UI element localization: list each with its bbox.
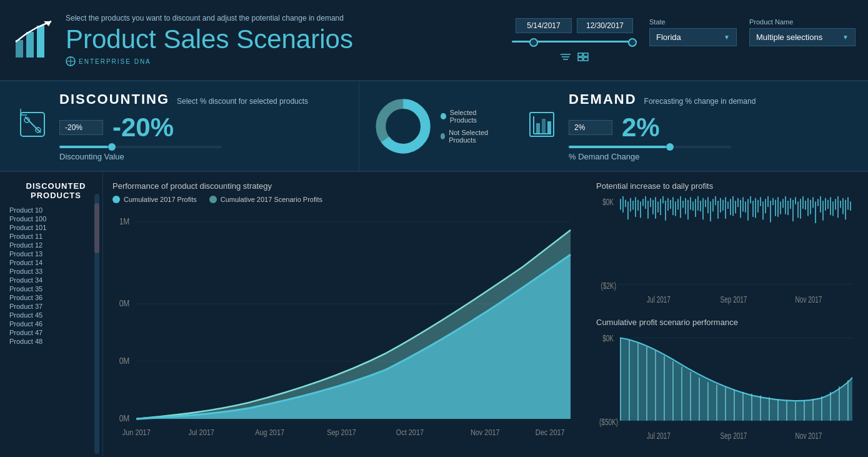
discounting-section: DISCOUNTING Select % discount for select… [0,81,359,171]
list-item[interactable]: Product 101 [9,224,102,231]
list-item[interactable]: Product 45 [9,311,102,319]
list-item[interactable]: Product 10 [9,206,102,214]
svg-rect-100 [755,198,756,218]
demand-slider-track[interactable] [569,146,731,148]
state-dropdown-arrow: ▼ [724,34,730,41]
list-item[interactable]: Product 46 [9,320,102,328]
svg-rect-96 [745,202,746,213]
svg-rect-128 [825,198,826,211]
svg-rect-118 [800,199,801,219]
expand-icon[interactable] [577,52,589,62]
svg-rect-58 [650,198,651,207]
date-end[interactable]: 12/30/2017 [577,18,633,33]
date-inputs: 5/14/2017 12/30/2017 [516,18,633,33]
svg-rect-12 [578,58,582,61]
svg-rect-79 [702,198,704,220]
svg-rect-136 [845,200,846,220]
demand-slider-thumb[interactable] [666,143,674,151]
list-item[interactable]: Product 48 [9,338,102,345]
svg-rect-124 [815,202,816,224]
discount-slider-thumb[interactable] [108,143,116,151]
svg-text:0M: 0M [119,413,130,423]
discount-slider-track[interactable] [59,146,222,148]
main-chart-title: Performance of product discounting strat… [112,181,577,191]
svg-rect-92 [735,201,736,213]
demand-input[interactable] [569,120,612,135]
svg-text:Sep 2017: Sep 2017 [721,294,747,304]
svg-rect-171 [839,386,840,421]
list-item[interactable]: Product 100 [9,215,102,223]
svg-text:Jul 2017: Jul 2017 [189,428,215,437]
svg-rect-156 [707,382,709,421]
svg-rect-130 [830,197,831,215]
svg-rect-80 [705,200,706,208]
svg-rect-48 [625,200,626,208]
svg-text:Dec 2017: Dec 2017 [536,428,565,437]
legend-color-scenario [209,196,217,203]
filter-icon[interactable] [559,52,572,62]
svg-rect-164 [777,399,779,421]
demand-section: DEMAND Forecasting % change in demand 2%… [509,81,868,171]
list-item[interactable]: Product 36 [9,294,102,301]
selected-legend-dot [441,113,446,119]
date-slider-left-thumb[interactable] [529,38,538,47]
svg-rect-85 [717,201,719,219]
svg-rect-50 [630,198,631,212]
right-charts: Potential increase to daily profits $0K … [587,172,868,457]
svg-rect-69 [677,199,679,209]
svg-rect-122 [810,200,811,214]
top-right-chart-area: Potential increase to daily profits $0K … [596,181,859,311]
list-item[interactable]: Product 14 [9,259,102,266]
main-chart-container: 1M 0M 0M 0M Jun 2017 Jul 2017 A [112,209,577,448]
list-item[interactable]: Product 13 [9,250,102,258]
product-value: Multiple selections [756,33,822,42]
list-item[interactable]: Product 33 [9,268,102,275]
header: Select the products you want to discount… [0,0,868,81]
legend-item-profits: Cumulative 2017 Profits [112,196,197,203]
discount-big-value: -20% [112,114,174,141]
svg-text:($50K): ($50K) [599,417,618,427]
list-item[interactable]: Product 34 [9,276,102,284]
product-dropdown[interactable]: Multiple selections ▼ [749,28,856,46]
legend-label-scenario: Cumulative 2017 Scenario Profits [221,196,322,203]
list-item[interactable]: Product 12 [9,241,102,249]
svg-rect-61 [657,202,659,213]
svg-text:($2K): ($2K) [601,281,616,291]
svg-rect-125 [817,199,819,206]
svg-rect-110 [780,202,781,214]
svg-rect-119 [802,196,804,209]
donut-chart [372,83,434,170]
scrollbar-thumb[interactable] [94,203,99,253]
main-chart-legend: Cumulative 2017 Profits Cumulative 2017 … [112,196,577,203]
svg-rect-95 [742,197,744,211]
discounting-subtitle: Select % discount for selected products [177,97,308,106]
svg-rect-46 [620,199,621,209]
list-item[interactable]: Product 37 [9,303,102,310]
page-title: Product Sales Scenarios [66,25,512,54]
svg-rect-109 [777,197,779,217]
svg-rect-60 [655,197,656,219]
svg-rect-65 [667,198,669,211]
top-right-chart-svg: $0K ($2K) [596,194,859,311]
selected-legend-item: Selected Products [441,109,497,124]
svg-rect-73 [687,200,689,220]
discounting-title: DISCOUNTING [59,91,169,108]
svg-rect-1 [26,32,34,58]
demand-content: DEMAND Forecasting % change in demand 2%… [569,91,852,161]
top-chart-container: $0K ($2K) [596,194,859,311]
legend-item-scenario: Cumulative 2017 Scenario Profits [209,196,322,203]
list-item[interactable]: Product 47 [9,329,102,336]
state-dropdown[interactable]: Florida ▼ [649,28,737,46]
svg-line-15 [25,117,41,133]
discount-input[interactable] [59,120,103,135]
svg-rect-129 [827,200,829,209]
list-item[interactable]: Product 35 [9,285,102,293]
date-start[interactable]: 5/14/2017 [516,18,572,33]
date-range-area: 5/14/2017 12/30/2017 [512,18,637,62]
svg-rect-101 [757,200,759,213]
svg-rect-91 [732,196,734,216]
svg-rect-53 [637,200,639,211]
date-slider-right-thumb[interactable] [628,38,637,47]
list-item[interactable]: Product 11 [9,233,102,240]
svg-text:Nov 2017: Nov 2017 [796,294,822,304]
